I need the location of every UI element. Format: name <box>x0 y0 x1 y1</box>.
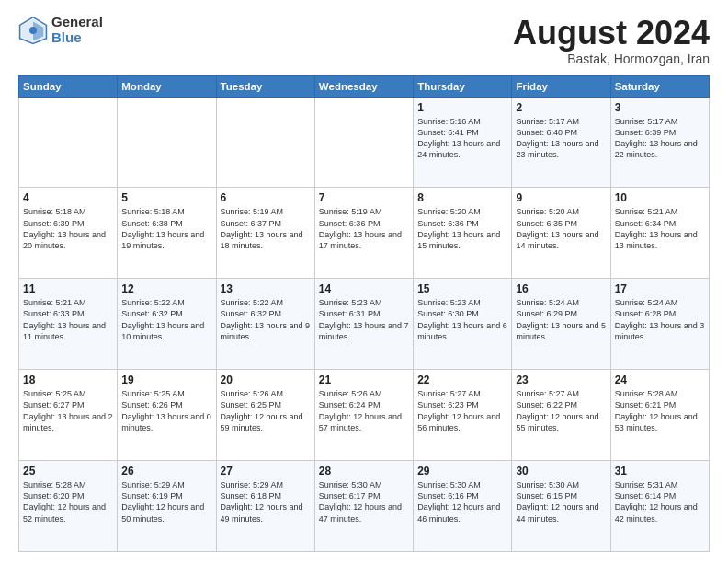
day-info: Sunrise: 5:23 AMSunset: 6:31 PMDaylight:… <box>319 297 409 342</box>
calendar-cell-w1-d4 <box>314 97 413 188</box>
day-number: 23 <box>516 373 606 386</box>
day-number: 18 <box>23 373 113 386</box>
calendar-cell-w4-d2: 19Sunrise: 5:25 AMSunset: 6:26 PMDayligh… <box>118 370 216 461</box>
day-info: Sunrise: 5:26 AMSunset: 6:24 PMDaylight:… <box>319 388 409 433</box>
day-number: 25 <box>23 465 113 477</box>
calendar-cell-w3-d4: 14Sunrise: 5:23 AMSunset: 6:31 PMDayligh… <box>314 279 413 370</box>
header-friday: Friday <box>512 75 610 97</box>
day-info: Sunrise: 5:28 AMSunset: 6:20 PMDaylight:… <box>23 479 113 524</box>
day-number: 9 <box>516 191 606 204</box>
calendar-cell-w2-d1: 4Sunrise: 5:18 AMSunset: 6:39 PMDaylight… <box>19 188 118 279</box>
calendar-cell-w5-d4: 28Sunrise: 5:30 AMSunset: 6:17 PMDayligh… <box>314 461 413 552</box>
logo-text: General Blue <box>51 15 103 45</box>
calendar-cell-w4-d5: 22Sunrise: 5:27 AMSunset: 6:23 PMDayligh… <box>414 370 512 461</box>
calendar-cell-w2-d7: 10Sunrise: 5:21 AMSunset: 6:34 PMDayligh… <box>610 188 709 279</box>
logo-blue-text: Blue <box>51 30 103 46</box>
day-number: 21 <box>319 373 409 386</box>
day-info: Sunrise: 5:23 AMSunset: 6:30 PMDaylight:… <box>417 297 507 342</box>
calendar-cell-w4-d3: 20Sunrise: 5:26 AMSunset: 6:25 PMDayligh… <box>216 370 314 461</box>
day-info: Sunrise: 5:20 AMSunset: 6:35 PMDaylight:… <box>516 206 606 251</box>
day-info: Sunrise: 5:22 AMSunset: 6:32 PMDaylight:… <box>221 297 311 342</box>
day-number: 30 <box>516 465 606 477</box>
calendar-cell-w3-d3: 13Sunrise: 5:22 AMSunset: 6:32 PMDayligh… <box>216 279 314 370</box>
day-number: 4 <box>23 191 113 204</box>
day-number: 3 <box>615 101 705 114</box>
day-number: 14 <box>319 282 409 295</box>
day-number: 6 <box>221 191 311 204</box>
day-number: 11 <box>23 282 113 295</box>
day-info: Sunrise: 5:25 AMSunset: 6:27 PMDaylight:… <box>23 388 113 433</box>
calendar-cell-w3-d2: 12Sunrise: 5:22 AMSunset: 6:32 PMDayligh… <box>118 279 216 370</box>
day-number: 27 <box>221 465 311 477</box>
page: General Blue August 2024 Bastak, Hormozg… <box>0 0 728 563</box>
day-number: 24 <box>615 373 705 386</box>
day-info: Sunrise: 5:24 AMSunset: 6:28 PMDaylight:… <box>615 297 705 342</box>
calendar-cell-w3-d7: 17Sunrise: 5:24 AMSunset: 6:28 PMDayligh… <box>610 279 709 370</box>
day-info: Sunrise: 5:28 AMSunset: 6:21 PMDaylight:… <box>615 388 705 433</box>
week-row-3: 11Sunrise: 5:21 AMSunset: 6:33 PMDayligh… <box>19 279 710 370</box>
day-info: Sunrise: 5:18 AMSunset: 6:39 PMDaylight:… <box>23 206 113 251</box>
logo-general-text: General <box>51 15 103 30</box>
day-number: 1 <box>417 101 507 114</box>
day-number: 15 <box>417 282 507 295</box>
calendar-cell-w1-d6: 2Sunrise: 5:17 AMSunset: 6:40 PMDaylight… <box>512 97 610 188</box>
month-title: August 2024 <box>513 15 710 52</box>
calendar-cell-w3-d1: 11Sunrise: 5:21 AMSunset: 6:33 PMDayligh… <box>19 279 118 370</box>
calendar-cell-w2-d3: 6Sunrise: 5:19 AMSunset: 6:37 PMDaylight… <box>216 188 314 279</box>
day-info: Sunrise: 5:29 AMSunset: 6:19 PMDaylight:… <box>121 479 211 524</box>
calendar-cell-w1-d2 <box>118 97 216 188</box>
day-number: 20 <box>221 373 311 386</box>
calendar-cell-w4-d6: 23Sunrise: 5:27 AMSunset: 6:22 PMDayligh… <box>512 370 610 461</box>
day-number: 31 <box>615 465 705 477</box>
day-number: 13 <box>221 282 311 295</box>
week-row-2: 4Sunrise: 5:18 AMSunset: 6:39 PMDaylight… <box>19 188 710 279</box>
header-tuesday: Tuesday <box>216 75 314 97</box>
svg-point-2 <box>29 27 37 34</box>
calendar-cell-w2-d5: 8Sunrise: 5:20 AMSunset: 6:36 PMDaylight… <box>414 188 512 279</box>
day-info: Sunrise: 5:22 AMSunset: 6:32 PMDaylight:… <box>121 297 211 342</box>
calendar-cell-w1-d3 <box>216 97 314 188</box>
week-row-4: 18Sunrise: 5:25 AMSunset: 6:27 PMDayligh… <box>19 370 710 461</box>
day-number: 2 <box>516 101 606 114</box>
calendar-cell-w4-d7: 24Sunrise: 5:28 AMSunset: 6:21 PMDayligh… <box>610 370 709 461</box>
header-sunday: Sunday <box>19 75 118 97</box>
day-number: 7 <box>319 191 409 204</box>
calendar-cell-w4-d4: 21Sunrise: 5:26 AMSunset: 6:24 PMDayligh… <box>314 370 413 461</box>
calendar-cell-w5-d6: 30Sunrise: 5:30 AMSunset: 6:15 PMDayligh… <box>512 461 610 552</box>
calendar-cell-w2-d4: 7Sunrise: 5:19 AMSunset: 6:36 PMDaylight… <box>314 188 413 279</box>
week-row-5: 25Sunrise: 5:28 AMSunset: 6:20 PMDayligh… <box>19 461 710 552</box>
day-number: 28 <box>319 465 409 477</box>
title-block: August 2024 Bastak, Hormozgan, Iran <box>513 15 710 66</box>
day-info: Sunrise: 5:21 AMSunset: 6:34 PMDaylight:… <box>615 206 705 251</box>
day-info: Sunrise: 5:31 AMSunset: 6:14 PMDaylight:… <box>615 479 705 524</box>
day-info: Sunrise: 5:20 AMSunset: 6:36 PMDaylight:… <box>417 206 507 251</box>
calendar-cell-w3-d5: 15Sunrise: 5:23 AMSunset: 6:30 PMDayligh… <box>414 279 512 370</box>
day-info: Sunrise: 5:16 AMSunset: 6:41 PMDaylight:… <box>417 116 507 161</box>
day-info: Sunrise: 5:29 AMSunset: 6:18 PMDaylight:… <box>221 479 311 524</box>
location-subtitle: Bastak, Hormozgan, Iran <box>513 52 710 66</box>
calendar-cell-w1-d5: 1Sunrise: 5:16 AMSunset: 6:41 PMDaylight… <box>414 97 512 188</box>
calendar-header-row: Sunday Monday Tuesday Wednesday Thursday… <box>19 75 710 97</box>
calendar-cell-w2-d6: 9Sunrise: 5:20 AMSunset: 6:35 PMDaylight… <box>512 188 610 279</box>
day-number: 19 <box>121 373 211 386</box>
logo: General Blue <box>18 15 103 45</box>
calendar-cell-w2-d2: 5Sunrise: 5:18 AMSunset: 6:38 PMDaylight… <box>118 188 216 279</box>
day-info: Sunrise: 5:30 AMSunset: 6:15 PMDaylight:… <box>516 479 606 524</box>
day-info: Sunrise: 5:19 AMSunset: 6:36 PMDaylight:… <box>319 206 409 251</box>
day-info: Sunrise: 5:24 AMSunset: 6:29 PMDaylight:… <box>516 297 606 342</box>
day-info: Sunrise: 5:30 AMSunset: 6:17 PMDaylight:… <box>319 479 409 524</box>
calendar-cell-w1-d7: 3Sunrise: 5:17 AMSunset: 6:39 PMDaylight… <box>610 97 709 188</box>
day-number: 22 <box>417 373 507 386</box>
calendar-cell-w5-d5: 29Sunrise: 5:30 AMSunset: 6:16 PMDayligh… <box>414 461 512 552</box>
day-number: 29 <box>417 465 507 477</box>
calendar-cell-w5-d3: 27Sunrise: 5:29 AMSunset: 6:18 PMDayligh… <box>216 461 314 552</box>
day-number: 8 <box>417 191 507 204</box>
day-number: 5 <box>121 191 211 204</box>
day-info: Sunrise: 5:25 AMSunset: 6:26 PMDaylight:… <box>121 388 211 433</box>
day-number: 12 <box>121 282 211 295</box>
calendar-cell-w5-d1: 25Sunrise: 5:28 AMSunset: 6:20 PMDayligh… <box>19 461 118 552</box>
calendar-cell-w1-d1 <box>19 97 118 188</box>
day-info: Sunrise: 5:18 AMSunset: 6:38 PMDaylight:… <box>121 206 211 251</box>
header: General Blue August 2024 Bastak, Hormozg… <box>18 15 710 66</box>
header-saturday: Saturday <box>610 75 709 97</box>
